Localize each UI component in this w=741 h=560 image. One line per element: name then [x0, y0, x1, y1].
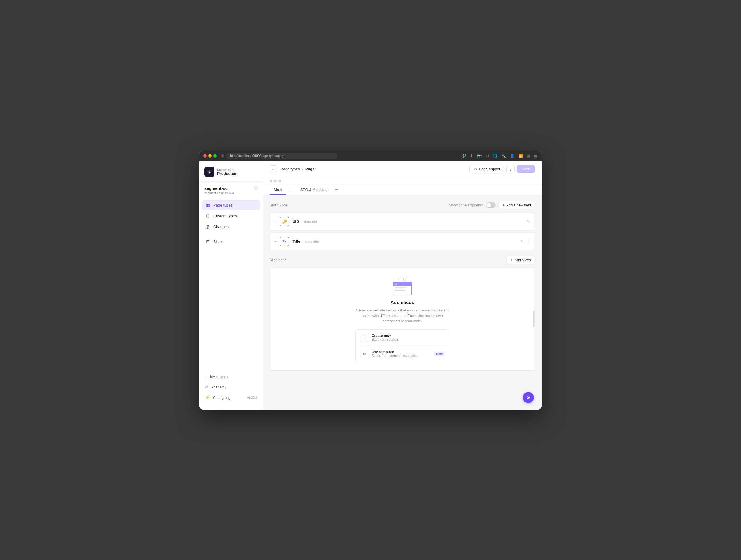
more-icon: ⋮ [509, 167, 512, 171]
slice-box-header: SM [393, 282, 411, 286]
sidebar-item-changes[interactable]: ◎ Changes [202, 221, 260, 232]
slice-zone-header: Slice Zone + Add slices [270, 256, 535, 264]
sidebar-nav: ▦ Page types ⊞ Custom types ◎ Changes ⊡ … [199, 198, 263, 286]
dot-2 [274, 180, 277, 182]
changelog-version: v1.22.2 [247, 396, 257, 399]
sidebar-item-slices[interactable]: ⊡ Slices [202, 236, 260, 247]
slice-empty-area: SM Add slices Slices are website sectio [270, 268, 535, 371]
code-snippets-toggle[interactable] [486, 203, 496, 208]
sidebar-item-custom-types[interactable]: ⊞ Custom types [202, 211, 260, 221]
content-dots [270, 177, 281, 184]
invite-label: Invite team [210, 375, 228, 379]
sidebar-item-changelog[interactable]: ⚡ Changelog v1.22.2 [202, 393, 260, 403]
inbox-icon[interactable]: ⬇ [470, 154, 473, 158]
title-edit-icon[interactable]: ✎ [520, 239, 524, 244]
save-button[interactable]: Save [517, 165, 535, 173]
window-controls [203, 154, 216, 157]
custom-types-icon: ⊞ [205, 213, 210, 218]
title-icon: Tт [280, 237, 289, 246]
settings-fab[interactable]: ⚙ [523, 392, 534, 403]
main-content-wrapper: ← Page types / Page <> Page snippet ⋮ [263, 161, 542, 410]
scrollbar-hint [533, 311, 535, 328]
show-code-snippets-label: Show code snippets? [449, 203, 483, 207]
breadcrumb-separator: / [302, 167, 304, 171]
add-field-plus-icon: + [502, 203, 505, 207]
share-icon[interactable]: 🔗 [461, 154, 466, 158]
tab-add-button[interactable]: + [333, 186, 341, 194]
tab-seo-label: SEO & Metadata [300, 188, 328, 192]
uid-drag-handle[interactable]: ≡ [274, 219, 276, 224]
custom-types-label: Custom types [213, 214, 237, 218]
more-options-button[interactable]: ⋮ [506, 165, 515, 173]
workspace-name: segment-uc [204, 186, 234, 191]
uid-edit-icon[interactable]: ✎ [527, 219, 530, 224]
use-template-text: Use template Select from premade example… [372, 350, 418, 358]
camera-icon[interactable]: 📷 [477, 154, 482, 158]
zone-toggle-group: Show code snippets? + Add a new field [449, 201, 535, 209]
uid-icon: 🔑 [280, 217, 289, 226]
tab-add-icon: + [335, 187, 338, 193]
add-slices-label: Add slices [515, 258, 531, 262]
back-button[interactable]: ← [270, 165, 277, 173]
field-uid: ≡ 🔑 UID data.uid ✎ [270, 213, 535, 230]
use-template-desc: Select from premade examples. [372, 354, 418, 358]
browser-toolbar: ⓘ http://localhost:9999/page-types/page … [199, 150, 542, 161]
workspace-section: segment-uc segment-uc.prismic.io ⬡ [199, 182, 263, 198]
field-title: ≡ Tт Title data.title ✎ ⋮ [270, 232, 535, 250]
app-body: ◈ Environment Production segment-uc segm… [199, 161, 542, 410]
settings-icon: ⚙ [526, 395, 531, 401]
real-tabs-bar: Main ⋮ SEO & Metadata + [263, 184, 542, 195]
slices-label: Slices [213, 239, 223, 244]
tab-main-label: Main [274, 188, 282, 192]
extension-icon[interactable]: 🔧 [501, 154, 506, 158]
static-zone-label: Static Zone [270, 203, 288, 207]
uid-field-actions: ✎ [527, 219, 530, 224]
page-types-icon: ▦ [205, 203, 210, 208]
grid-icon[interactable]: ⊞ [527, 154, 530, 158]
minimize-dot[interactable] [208, 154, 212, 157]
url-bar[interactable]: http://localhost:9999/page-types/page [227, 153, 337, 159]
title-more-icon[interactable]: ⋮ [526, 239, 530, 244]
sidebar-icon[interactable]: ▤ [534, 154, 538, 158]
tab-main[interactable]: Main [270, 184, 286, 195]
workspace-url: segment-uc.prismic.io [204, 191, 234, 195]
slices-icon: ⊡ [205, 239, 210, 244]
use-template-icon: ⧉ [360, 350, 368, 358]
tabs-bar [263, 177, 542, 184]
new-badge: New [434, 352, 445, 356]
static-zone-header: Static Zone Show code snippets? + Add a … [270, 201, 535, 209]
add-slices-button[interactable]: + Add slices [507, 256, 535, 264]
slice-box: SM [393, 282, 412, 295]
content-area: Static Zone Show code snippets? + Add a … [263, 195, 542, 410]
page-types-label: Page types [213, 203, 232, 207]
sidebar-bottom: + Invite team ⊙ Academy ⚡ Changelog v1.2… [199, 370, 263, 405]
dot-3 [278, 180, 281, 182]
back-icon: ← [271, 167, 275, 171]
add-field-label: Add a new field [506, 203, 531, 207]
workspace-row: segment-uc segment-uc.prismic.io ⬡ [204, 186, 258, 195]
external-link-icon[interactable]: ⬡ [254, 186, 258, 190]
env-label: Environment [217, 168, 238, 171]
add-new-field-button[interactable]: + Add a new field [498, 201, 535, 209]
page-snippet-button[interactable]: <> Page snippet [469, 165, 504, 173]
page-snippet-label: Page snippet [479, 167, 500, 171]
mail-icon[interactable]: ✉ [485, 154, 489, 158]
info-icon: ⓘ [221, 154, 224, 158]
close-dot[interactable] [203, 154, 207, 157]
globe-icon[interactable]: 🌐 [493, 154, 497, 158]
changes-icon: ◎ [205, 224, 210, 229]
sidebar-item-invite-team[interactable]: + Invite team [202, 372, 260, 381]
sidebar-item-page-types[interactable]: ▦ Page types [202, 200, 260, 210]
illustration-rays [398, 277, 406, 283]
dot-1 [270, 180, 272, 182]
env-info: Environment Production [217, 168, 238, 176]
tab-seo[interactable]: SEO & Metadata [296, 184, 332, 195]
profile-icon[interactable]: 👤 [510, 154, 515, 158]
use-template-action[interactable]: ⧉ Use template Select from premade examp… [356, 346, 449, 362]
title-drag-handle[interactable]: ≡ [274, 239, 276, 243]
create-new-action[interactable]: + Create new Start from scratch. [356, 330, 449, 346]
sidebar-item-academy[interactable]: ⊙ Academy [202, 382, 260, 392]
tab-main-more-button[interactable]: ⋮ [287, 186, 295, 194]
maximize-dot[interactable] [213, 154, 216, 157]
tab-more-icon: ⋮ [289, 187, 293, 192]
